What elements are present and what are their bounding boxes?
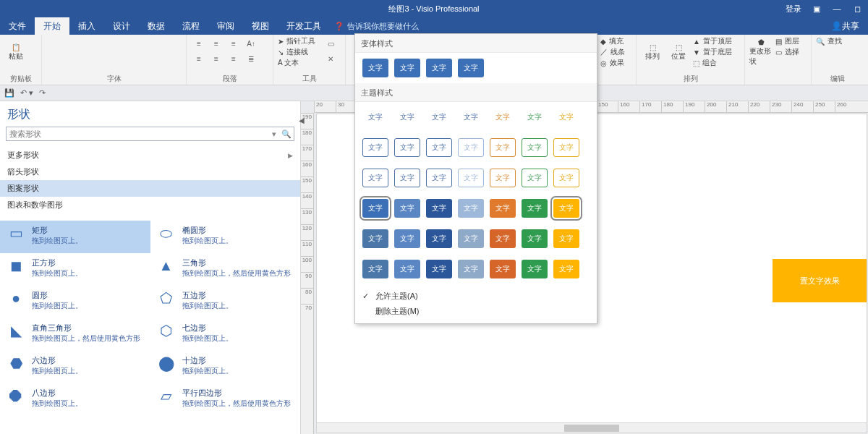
shape-item[interactable]: ▭矩形拖到绘图页上。 xyxy=(0,221,150,253)
rectangle-tool-icon[interactable]: ▭ xyxy=(323,36,339,51)
align-left-icon[interactable]: ≡ xyxy=(191,36,207,51)
style-swatch[interactable]: 文字 xyxy=(490,108,516,127)
style-swatch[interactable]: 文字 xyxy=(426,108,452,127)
cat-more-shapes[interactable]: 更多形状▶ xyxy=(0,147,300,163)
shape-item[interactable]: ⯃八边形拖到绘图页上。 xyxy=(0,383,150,416)
style-swatch[interactable]: 文字 xyxy=(426,229,452,248)
style-swatch[interactable]: 文字 xyxy=(394,138,420,157)
cat-patterns[interactable]: 图案形状 xyxy=(0,180,300,197)
style-swatch[interactable]: 文字 xyxy=(426,169,452,187)
style-swatch[interactable]: 文字 xyxy=(522,199,548,218)
horizontal-scrollbar[interactable] xyxy=(317,422,867,433)
shape-item[interactable]: ●圆形拖到绘图页上。 xyxy=(0,286,150,318)
style-swatch[interactable]: 文字 xyxy=(362,229,388,248)
minimize-icon[interactable]: — xyxy=(832,4,842,14)
style-swatch[interactable]: 文字 xyxy=(522,260,548,278)
style-swatch[interactable]: 文字 xyxy=(490,260,516,278)
tab-design[interactable]: 设计 xyxy=(104,17,139,35)
find-button[interactable]: 🔍 查找 xyxy=(816,36,842,46)
tab-review[interactable]: 审阅 xyxy=(208,17,243,35)
shape-item[interactable]: ⬡七边形拖到绘图页上。 xyxy=(150,318,301,351)
text-tool[interactable]: A 文本 xyxy=(278,58,315,68)
paste-button[interactable]: 📋粘贴 xyxy=(4,36,27,68)
style-swatch[interactable]: 文字 xyxy=(362,138,388,157)
style-swatch[interactable]: 文字 xyxy=(522,108,548,127)
tab-data[interactable]: 数据 xyxy=(139,17,174,35)
style-swatch[interactable]: 文字 xyxy=(458,199,484,218)
change-shape-button[interactable]: ⬟更改形状 xyxy=(749,36,773,68)
shape-item[interactable]: ◼正方形拖到绘图页上。 xyxy=(0,253,150,286)
style-swatch[interactable]: 文字 xyxy=(490,199,516,218)
align-center-icon[interactable]: ≡ xyxy=(208,36,224,51)
style-swatch[interactable]: 文字 xyxy=(426,59,452,77)
style-swatch[interactable]: 文字 xyxy=(490,169,516,187)
style-swatch[interactable]: 文字 xyxy=(553,138,579,157)
style-swatch[interactable]: 文字 xyxy=(394,59,420,77)
style-swatch[interactable]: 文字 xyxy=(553,229,579,248)
redo-icon[interactable]: ↷ xyxy=(39,88,46,98)
login-link[interactable]: 登录 xyxy=(786,4,801,14)
style-swatch[interactable]: 文字 xyxy=(394,229,420,248)
remove-theme[interactable]: 删除主题(M) xyxy=(362,304,590,319)
shape-item[interactable]: ⬤十边形拖到绘图页上。 xyxy=(150,351,301,383)
tab-developer[interactable]: 开发工具 xyxy=(278,17,330,35)
tab-view[interactable]: 视图 xyxy=(243,17,278,35)
shape-item[interactable]: ▱平行四边形拖到绘图页上，然后使用黄色方形 xyxy=(150,383,301,416)
shape-item[interactable]: ⬠五边形拖到绘图页上。 xyxy=(150,286,301,318)
search-icon[interactable]: 🔍 xyxy=(279,129,294,139)
connector-tool[interactable]: ↘ 连接线 xyxy=(278,47,315,57)
arrange-button[interactable]: ⬚排列 xyxy=(641,36,664,68)
position-button[interactable]: ⬚位置 xyxy=(667,36,690,68)
layer-button[interactable]: ▤ 图层 xyxy=(775,36,799,46)
style-swatch[interactable]: 文字 xyxy=(394,199,420,218)
effect-button[interactable]: ◎ 效果 xyxy=(600,58,625,68)
scrollbar-thumb[interactable] xyxy=(564,425,619,432)
valign-bot-icon[interactable]: ≡ xyxy=(226,51,242,66)
style-swatch[interactable]: 文字 xyxy=(490,229,516,248)
style-swatch[interactable]: 文字 xyxy=(553,260,579,278)
align-right-icon[interactable]: ≡ xyxy=(226,36,242,51)
cat-chart-math[interactable]: 图表和数学图形 xyxy=(0,197,300,213)
style-swatch[interactable]: 文字 xyxy=(458,108,484,127)
valign-mid-icon[interactable]: ≡ xyxy=(208,51,224,66)
fill-button[interactable]: ◆ 填充 xyxy=(600,36,625,46)
shape-item[interactable]: ⬣六边形拖到绘图页上。 xyxy=(0,351,150,383)
style-swatch[interactable]: 文字 xyxy=(458,59,484,77)
tab-home[interactable]: 开始 xyxy=(35,17,69,35)
valign-top-icon[interactable]: ≡ xyxy=(191,51,207,66)
shape-item[interactable]: ⬭椭圆形拖到绘图页上。 xyxy=(150,221,301,253)
maximize-icon[interactable]: ◻ xyxy=(852,4,862,14)
style-swatch[interactable]: 文字 xyxy=(426,199,452,218)
style-swatch[interactable]: 文字 xyxy=(362,260,388,278)
style-swatch[interactable]: 文字 xyxy=(362,108,388,127)
shape-item[interactable]: ▲三角形拖到绘图页上，然后使用黄色方形 xyxy=(150,253,301,286)
shapes-search[interactable]: ▾ 🔍 xyxy=(6,127,294,141)
style-swatch[interactable]: 文字 xyxy=(426,260,452,278)
style-swatch[interactable]: 文字 xyxy=(394,108,420,127)
tab-insert[interactable]: 插入 xyxy=(69,17,104,35)
x-tool-icon[interactable]: ✕ xyxy=(323,51,339,66)
style-swatch[interactable]: 文字 xyxy=(553,108,579,127)
cat-arrows[interactable]: 箭头形状 xyxy=(0,163,300,180)
tell-me[interactable]: ❓告诉我你想要做什么 xyxy=(334,17,419,35)
style-swatch[interactable]: 文字 xyxy=(553,199,579,218)
search-input[interactable] xyxy=(7,127,269,140)
undo-icon[interactable]: ↶ ▾ xyxy=(20,88,33,98)
style-swatch[interactable]: 文字 xyxy=(490,138,516,157)
group-button[interactable]: ⬚ 组合 xyxy=(693,58,732,68)
allow-theme[interactable]: ✓允许主题(A) xyxy=(362,289,590,304)
style-swatch[interactable]: 文字 xyxy=(458,138,484,157)
pointer-tool[interactable]: ➤ 指针工具 xyxy=(278,36,315,46)
style-swatch[interactable]: 文字 xyxy=(426,138,452,157)
style-swatch[interactable]: 文字 xyxy=(458,229,484,248)
style-swatch[interactable]: 文字 xyxy=(362,59,388,77)
tab-file[interactable]: 文件 xyxy=(0,17,35,35)
search-dropdown-icon[interactable]: ▾ xyxy=(269,129,279,139)
save-icon[interactable]: 💾 xyxy=(4,88,14,98)
style-swatch[interactable]: 文字 xyxy=(362,169,388,187)
style-swatch[interactable]: 文字 xyxy=(362,199,388,218)
send-back[interactable]: ▼ 置于底层 xyxy=(693,47,732,57)
tab-process[interactable]: 流程 xyxy=(174,17,208,35)
style-swatch[interactable]: 文字 xyxy=(522,138,548,157)
ribbon-mode-icon[interactable]: ▣ xyxy=(812,4,822,14)
